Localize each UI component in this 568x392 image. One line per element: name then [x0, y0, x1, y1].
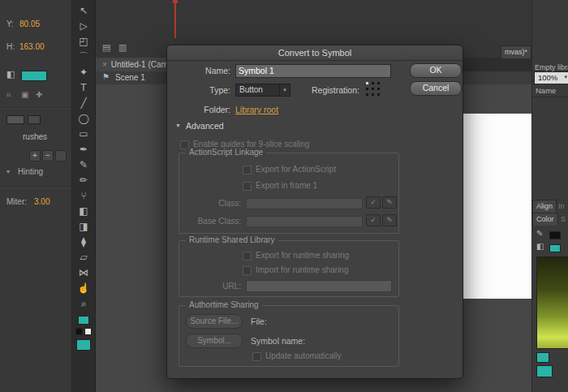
- edit-class-button[interactable]: ✎: [382, 196, 397, 209]
- new-folder-icon[interactable]: ▤: [102, 43, 110, 52]
- ink-bottle-tool[interactable]: ◨: [72, 219, 96, 235]
- add-button[interactable]: +: [29, 150, 41, 162]
- hinting-caret-icon[interactable]: ▾: [6, 168, 10, 175]
- fill-color-swatch[interactable]: [21, 71, 47, 81]
- brushes-label: rushes: [23, 132, 47, 141]
- class-input[interactable]: [246, 198, 363, 209]
- brush-tool[interactable]: ✏: [72, 173, 96, 188]
- snap-icon[interactable]: ⌗: [6, 91, 11, 99]
- registration-grid[interactable]: [366, 82, 380, 96]
- import-runtime-checkbox[interactable]: [243, 266, 252, 275]
- tab-info-partial[interactable]: In: [558, 202, 565, 210]
- object-drawing-icon[interactable]: ▣: [21, 91, 28, 99]
- default-colors-group: [75, 328, 92, 335]
- subselection-tool[interactable]: ▷: [72, 19, 96, 34]
- swatch-teal-1[interactable]: [536, 352, 549, 363]
- stroke-pencil-icon[interactable]: ✎: [536, 230, 543, 238]
- h-label: H:: [6, 42, 15, 51]
- stage-canvas[interactable]: [463, 114, 531, 299]
- type-dropdown[interactable]: Button ▾: [235, 84, 290, 97]
- export-runtime-checkbox[interactable]: [243, 252, 252, 261]
- panel-divider: [0, 187, 71, 188]
- stroke-color-swatch[interactable]: [549, 231, 561, 239]
- type-label: Type:: [167, 85, 230, 95]
- document-tab-partial[interactable]: mvas)*: [501, 45, 531, 58]
- validate-class-button[interactable]: ✓: [366, 196, 381, 209]
- stroke-color-chip[interactable]: [78, 316, 89, 325]
- scene-breadcrumb[interactable]: Scene 1: [115, 73, 145, 82]
- folder-link[interactable]: Library root: [235, 105, 278, 114]
- pencil-tool[interactable]: ✎: [72, 157, 96, 173]
- url-input[interactable]: [246, 280, 392, 292]
- update-automatically-checkbox[interactable]: [252, 352, 261, 361]
- export-frame1-label: Export in frame 1: [256, 181, 317, 190]
- tab-color[interactable]: Color: [532, 213, 558, 226]
- eraser-tool[interactable]: ▱: [72, 250, 96, 265]
- advanced-disclosure-icon[interactable]: ▼: [175, 123, 181, 128]
- fill-bucket-icon[interactable]: ◧: [536, 243, 544, 251]
- tab-swatches-partial[interactable]: S: [561, 215, 566, 223]
- edit-base-class-button[interactable]: ✎: [382, 214, 397, 226]
- h-value[interactable]: 163.00: [19, 42, 45, 51]
- y-value[interactable]: 80.05: [19, 19, 40, 28]
- hand-tool[interactable]: ☝: [72, 281, 96, 296]
- dialog-titlebar[interactable]: Convert to Symbol: [167, 45, 463, 61]
- paint-bucket-tool[interactable]: ◧: [72, 204, 96, 219]
- base-class-input[interactable]: [246, 216, 363, 227]
- white-chip[interactable]: [84, 328, 92, 335]
- rectangle-tool[interactable]: ▭: [72, 127, 96, 142]
- source-file-button[interactable]: Source File...: [186, 314, 243, 329]
- selection-tool[interactable]: ↖: [72, 3, 96, 19]
- cancel-button[interactable]: Cancel: [410, 81, 462, 96]
- export-frame1-checkbox[interactable]: [243, 182, 252, 191]
- playhead-line[interactable]: [174, 0, 176, 38]
- tab-align[interactable]: Align: [532, 200, 557, 213]
- pen-tool[interactable]: ✒: [72, 142, 96, 157]
- style-swatch[interactable]: [6, 115, 24, 124]
- oval-tool[interactable]: ◯: [72, 111, 96, 127]
- symbol-name-value: Symbol 1: [239, 66, 274, 75]
- symbol-name-input[interactable]: Symbol 1: [235, 64, 391, 78]
- magic-wand-tool[interactable]: ✦: [72, 65, 96, 80]
- delete-layer-icon[interactable]: ▥: [118, 43, 127, 52]
- library-name-header[interactable]: Name: [536, 86, 556, 95]
- bone-tool[interactable]: ⑂: [72, 188, 96, 204]
- export-runtime-label: Export for runtime sharing: [256, 251, 349, 260]
- dialog-title: Convert to Symbol: [278, 48, 351, 58]
- remove-button[interactable]: −: [42, 150, 54, 162]
- eyedropper-tool[interactable]: ⧫: [72, 235, 96, 250]
- zoom-control[interactable]: 100% ▾: [534, 71, 568, 84]
- symbol-name-label: Symbol name:: [251, 336, 305, 346]
- zoom-caret-icon[interactable]: ▾: [564, 74, 567, 80]
- export-actionscript-checkbox[interactable]: [243, 166, 252, 174]
- text-tool[interactable]: T: [72, 80, 96, 96]
- advanced-label[interactable]: Advanced: [186, 121, 224, 131]
- zoom-tool[interactable]: ⌕: [72, 296, 96, 312]
- ok-button[interactable]: OK: [410, 63, 462, 78]
- swatch-teal-2[interactable]: [536, 365, 553, 377]
- fill-color-swatch[interactable]: [549, 244, 561, 252]
- zoom-value: 100%: [538, 73, 557, 82]
- color-picker-field[interactable]: [536, 256, 568, 349]
- add-option-icon[interactable]: ✚: [36, 91, 42, 99]
- base-class-label: Base Class:: [179, 217, 241, 226]
- edit-brush-button[interactable]: [55, 150, 67, 162]
- scene-flag-icon: ⚑: [102, 73, 110, 81]
- convert-to-symbol-dialog: Convert to Symbol Name: Symbol 1 OK Type…: [166, 45, 463, 379]
- black-chip[interactable]: [75, 328, 83, 335]
- validate-base-class-button[interactable]: ✓: [366, 214, 381, 226]
- close-tab-icon[interactable]: ×: [102, 60, 107, 69]
- runtime-shared-library-legend: Runtime Shared Library: [186, 235, 278, 244]
- lasso-tool[interactable]: ⌒: [72, 50, 96, 65]
- style-swatch-2[interactable]: [28, 115, 41, 124]
- width-tool[interactable]: ⋈: [72, 265, 96, 281]
- miter-value[interactable]: 3.00: [34, 197, 49, 206]
- free-transform-tool[interactable]: ◰: [72, 34, 96, 50]
- symbol-button[interactable]: Symbol...: [186, 334, 243, 348]
- fill-color-chip[interactable]: [76, 339, 91, 351]
- line-tool[interactable]: ╱: [72, 96, 96, 111]
- app-window: Y: 80.05 H: 163.00 ◧ ⌗ ▣ ✚ rushes + − ▾ …: [0, 0, 568, 392]
- panel-divider: [0, 107, 71, 109]
- tools-toolbar: ↖ ▷ ◰ ⌒ ✦ T ╱ ◯ ▭ ✒ ✎ ✏ ⑂ ◧ ◨ ⧫ ▱ ⋈ ☝ ⌕: [72, 0, 96, 392]
- export-actionscript-label: Export for ActionScript: [256, 165, 336, 174]
